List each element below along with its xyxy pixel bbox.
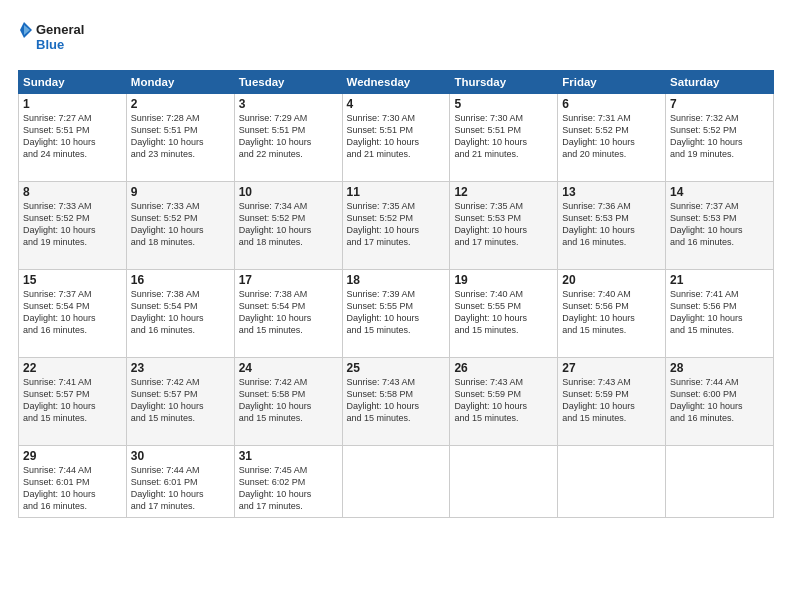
- day-number: 12: [454, 185, 553, 199]
- day-number: 6: [562, 97, 661, 111]
- calendar-cell: 13 Sunrise: 7:36 AMSunset: 5:53 PMDaylig…: [558, 182, 666, 270]
- day-number: 29: [23, 449, 122, 463]
- calendar-cell: 15 Sunrise: 7:37 AMSunset: 5:54 PMDaylig…: [19, 270, 127, 358]
- day-number: 22: [23, 361, 122, 375]
- day-info: Sunrise: 7:27 AMSunset: 5:51 PMDaylight:…: [23, 113, 96, 159]
- day-number: 16: [131, 273, 230, 287]
- day-number: 25: [347, 361, 446, 375]
- day-number: 21: [670, 273, 769, 287]
- calendar-cell: 24 Sunrise: 7:42 AMSunset: 5:58 PMDaylig…: [234, 358, 342, 446]
- calendar-cell: 20 Sunrise: 7:40 AMSunset: 5:56 PMDaylig…: [558, 270, 666, 358]
- day-info: Sunrise: 7:37 AMSunset: 5:53 PMDaylight:…: [670, 201, 743, 247]
- calendar-cell: 10 Sunrise: 7:34 AMSunset: 5:52 PMDaylig…: [234, 182, 342, 270]
- calendar-cell: 21 Sunrise: 7:41 AMSunset: 5:56 PMDaylig…: [666, 270, 774, 358]
- day-info: Sunrise: 7:33 AMSunset: 5:52 PMDaylight:…: [131, 201, 204, 247]
- day-number: 31: [239, 449, 338, 463]
- day-info: Sunrise: 7:39 AMSunset: 5:55 PMDaylight:…: [347, 289, 420, 335]
- day-number: 19: [454, 273, 553, 287]
- calendar-table: SundayMondayTuesdayWednesdayThursdayFrid…: [18, 70, 774, 518]
- calendar-cell: 3 Sunrise: 7:29 AMSunset: 5:51 PMDayligh…: [234, 94, 342, 182]
- day-number: 27: [562, 361, 661, 375]
- day-info: Sunrise: 7:45 AMSunset: 6:02 PMDaylight:…: [239, 465, 312, 511]
- day-info: Sunrise: 7:35 AMSunset: 5:52 PMDaylight:…: [347, 201, 420, 247]
- col-header-saturday: Saturday: [666, 71, 774, 94]
- calendar-cell: [342, 446, 450, 518]
- day-number: 4: [347, 97, 446, 111]
- day-info: Sunrise: 7:31 AMSunset: 5:52 PMDaylight:…: [562, 113, 635, 159]
- day-info: Sunrise: 7:30 AMSunset: 5:51 PMDaylight:…: [454, 113, 527, 159]
- day-number: 17: [239, 273, 338, 287]
- day-number: 3: [239, 97, 338, 111]
- day-info: Sunrise: 7:36 AMSunset: 5:53 PMDaylight:…: [562, 201, 635, 247]
- day-number: 18: [347, 273, 446, 287]
- col-header-friday: Friday: [558, 71, 666, 94]
- calendar-cell: 22 Sunrise: 7:41 AMSunset: 5:57 PMDaylig…: [19, 358, 127, 446]
- calendar-cell: 19 Sunrise: 7:40 AMSunset: 5:55 PMDaylig…: [450, 270, 558, 358]
- day-info: Sunrise: 7:33 AMSunset: 5:52 PMDaylight:…: [23, 201, 96, 247]
- calendar-header-row: SundayMondayTuesdayWednesdayThursdayFrid…: [19, 71, 774, 94]
- day-info: Sunrise: 7:34 AMSunset: 5:52 PMDaylight:…: [239, 201, 312, 247]
- calendar-cell: 29 Sunrise: 7:44 AMSunset: 6:01 PMDaylig…: [19, 446, 127, 518]
- day-info: Sunrise: 7:43 AMSunset: 5:59 PMDaylight:…: [454, 377, 527, 423]
- calendar-cell: 14 Sunrise: 7:37 AMSunset: 5:53 PMDaylig…: [666, 182, 774, 270]
- day-number: 11: [347, 185, 446, 199]
- day-info: Sunrise: 7:28 AMSunset: 5:51 PMDaylight:…: [131, 113, 204, 159]
- day-info: Sunrise: 7:43 AMSunset: 5:58 PMDaylight:…: [347, 377, 420, 423]
- day-number: 10: [239, 185, 338, 199]
- day-info: Sunrise: 7:29 AMSunset: 5:51 PMDaylight:…: [239, 113, 312, 159]
- day-info: Sunrise: 7:40 AMSunset: 5:56 PMDaylight:…: [562, 289, 635, 335]
- calendar-cell: [666, 446, 774, 518]
- day-number: 24: [239, 361, 338, 375]
- day-info: Sunrise: 7:44 AMSunset: 6:01 PMDaylight:…: [131, 465, 204, 511]
- calendar-cell: 5 Sunrise: 7:30 AMSunset: 5:51 PMDayligh…: [450, 94, 558, 182]
- calendar-cell: 11 Sunrise: 7:35 AMSunset: 5:52 PMDaylig…: [342, 182, 450, 270]
- day-number: 2: [131, 97, 230, 111]
- day-number: 23: [131, 361, 230, 375]
- day-number: 13: [562, 185, 661, 199]
- day-number: 9: [131, 185, 230, 199]
- calendar-cell: 16 Sunrise: 7:38 AMSunset: 5:54 PMDaylig…: [126, 270, 234, 358]
- day-info: Sunrise: 7:41 AMSunset: 5:57 PMDaylight:…: [23, 377, 96, 423]
- calendar-cell: 23 Sunrise: 7:42 AMSunset: 5:57 PMDaylig…: [126, 358, 234, 446]
- calendar-cell: 6 Sunrise: 7:31 AMSunset: 5:52 PMDayligh…: [558, 94, 666, 182]
- calendar-cell: 28 Sunrise: 7:44 AMSunset: 6:00 PMDaylig…: [666, 358, 774, 446]
- calendar-cell: 12 Sunrise: 7:35 AMSunset: 5:53 PMDaylig…: [450, 182, 558, 270]
- svg-text:General: General: [36, 22, 84, 37]
- calendar-cell: 1 Sunrise: 7:27 AMSunset: 5:51 PMDayligh…: [19, 94, 127, 182]
- day-number: 15: [23, 273, 122, 287]
- calendar-cell: 25 Sunrise: 7:43 AMSunset: 5:58 PMDaylig…: [342, 358, 450, 446]
- day-number: 30: [131, 449, 230, 463]
- day-info: Sunrise: 7:30 AMSunset: 5:51 PMDaylight:…: [347, 113, 420, 159]
- logo-svg: General Blue: [18, 18, 98, 60]
- calendar-cell: 7 Sunrise: 7:32 AMSunset: 5:52 PMDayligh…: [666, 94, 774, 182]
- calendar-cell: 26 Sunrise: 7:43 AMSunset: 5:59 PMDaylig…: [450, 358, 558, 446]
- calendar-cell: 8 Sunrise: 7:33 AMSunset: 5:52 PMDayligh…: [19, 182, 127, 270]
- day-info: Sunrise: 7:41 AMSunset: 5:56 PMDaylight:…: [670, 289, 743, 335]
- day-info: Sunrise: 7:42 AMSunset: 5:57 PMDaylight:…: [131, 377, 204, 423]
- day-info: Sunrise: 7:38 AMSunset: 5:54 PMDaylight:…: [239, 289, 312, 335]
- calendar-cell: 4 Sunrise: 7:30 AMSunset: 5:51 PMDayligh…: [342, 94, 450, 182]
- logo: General Blue: [18, 18, 98, 60]
- svg-text:Blue: Blue: [36, 37, 64, 52]
- col-header-monday: Monday: [126, 71, 234, 94]
- day-number: 5: [454, 97, 553, 111]
- calendar-cell: 9 Sunrise: 7:33 AMSunset: 5:52 PMDayligh…: [126, 182, 234, 270]
- day-info: Sunrise: 7:43 AMSunset: 5:59 PMDaylight:…: [562, 377, 635, 423]
- day-number: 8: [23, 185, 122, 199]
- day-number: 7: [670, 97, 769, 111]
- day-number: 20: [562, 273, 661, 287]
- calendar-cell: 31 Sunrise: 7:45 AMSunset: 6:02 PMDaylig…: [234, 446, 342, 518]
- col-header-tuesday: Tuesday: [234, 71, 342, 94]
- calendar-cell: 2 Sunrise: 7:28 AMSunset: 5:51 PMDayligh…: [126, 94, 234, 182]
- day-number: 28: [670, 361, 769, 375]
- calendar-cell: [450, 446, 558, 518]
- calendar-cell: [558, 446, 666, 518]
- day-info: Sunrise: 7:32 AMSunset: 5:52 PMDaylight:…: [670, 113, 743, 159]
- calendar-cell: 27 Sunrise: 7:43 AMSunset: 5:59 PMDaylig…: [558, 358, 666, 446]
- day-info: Sunrise: 7:40 AMSunset: 5:55 PMDaylight:…: [454, 289, 527, 335]
- day-number: 26: [454, 361, 553, 375]
- day-number: 1: [23, 97, 122, 111]
- day-number: 14: [670, 185, 769, 199]
- calendar-cell: 18 Sunrise: 7:39 AMSunset: 5:55 PMDaylig…: [342, 270, 450, 358]
- col-header-wednesday: Wednesday: [342, 71, 450, 94]
